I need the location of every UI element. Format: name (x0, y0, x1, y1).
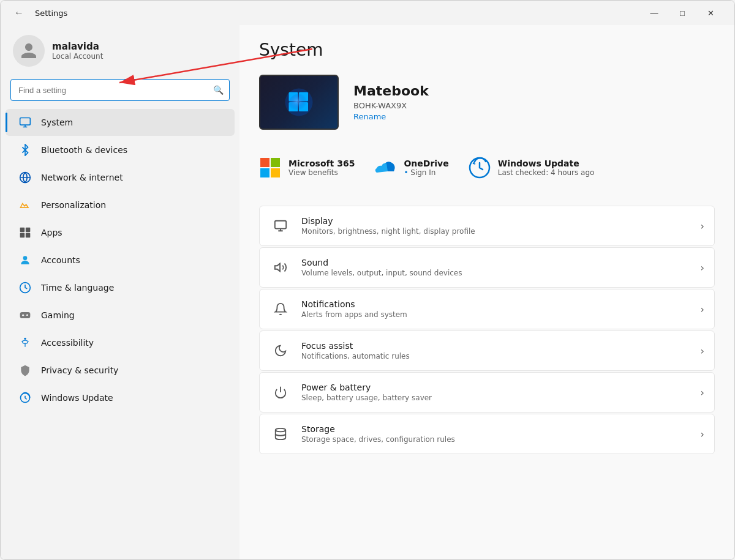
svg-rect-8 (20, 312, 31, 318)
svg-point-9 (27, 314, 28, 315)
sidebar-item-label-gaming: Gaming (41, 310, 75, 320)
power-icon (270, 381, 292, 403)
sidebar-item-label-apps: Apps (41, 228, 62, 237)
close-button[interactable]: ✕ (696, 3, 725, 23)
settings-item-notifications-title: Notifications (301, 299, 407, 309)
rename-link[interactable]: Rename (353, 112, 386, 121)
storage-icon (270, 423, 292, 445)
svg-marker-25 (275, 264, 280, 272)
settings-item-notifications[interactable]: Notifications Alerts from apps and syste… (259, 289, 715, 329)
onedrive-text: OneDrive Sign In (404, 159, 448, 177)
sidebar-item-label-windowsupdate: Windows Update (41, 393, 113, 403)
svg-rect-5 (26, 233, 31, 238)
minimize-button[interactable]: — (640, 3, 668, 23)
accessibility-icon (18, 335, 32, 350)
settings-item-notifications-desc: Alerts from apps and system (301, 310, 407, 319)
display-icon (270, 215, 292, 237)
sidebar-item-accounts[interactable]: Accounts (6, 247, 235, 274)
network-icon (18, 170, 32, 185)
sidebar-item-windowsupdate[interactable]: Windows Update (6, 384, 235, 411)
device-card: Matebook BOHK-WAX9X Rename (259, 75, 715, 130)
svg-point-10 (24, 338, 26, 340)
chevron-icon-storage: › (701, 428, 704, 440)
device-info: Matebook BOHK-WAX9X Rename (353, 83, 429, 122)
svg-rect-22 (271, 168, 280, 177)
title-bar-left: ← Settings (10, 4, 67, 21)
avatar (13, 35, 45, 67)
sidebar-item-label-time: Time & language (41, 283, 114, 293)
windowsupdate-icon (18, 390, 32, 405)
settings-item-sound[interactable]: Sound Volume levels, output, input, soun… (259, 247, 715, 288)
main-content: System (239, 25, 734, 559)
onedrive-icon (374, 157, 396, 179)
sidebar-item-label-system: System (41, 118, 73, 127)
apps-icon (18, 225, 32, 240)
sidebar-item-time[interactable]: Time & language (6, 274, 235, 301)
settings-item-storage-desc: Storage space, drives, configuration rul… (301, 435, 455, 444)
sidebar-item-network[interactable]: Network & internet (6, 164, 235, 191)
svg-rect-3 (26, 228, 31, 233)
user-profile[interactable]: malavida Local Account (1, 25, 239, 79)
sidebar-item-accessibility[interactable]: Accessibility (6, 329, 235, 356)
svg-rect-19 (260, 158, 270, 167)
svg-rect-2 (20, 228, 25, 233)
onedrive-title: OneDrive (404, 159, 448, 168)
svg-rect-4 (20, 233, 25, 238)
settings-item-display[interactable]: Display Monitors, brightness, night ligh… (259, 206, 715, 246)
sidebar-item-apps[interactable]: Apps (6, 219, 235, 246)
svg-point-6 (23, 256, 28, 260)
device-id: BOHK-WAX9X (353, 101, 429, 110)
svg-point-27 (276, 428, 286, 432)
svg-rect-0 (20, 118, 31, 125)
back-button[interactable]: ← (10, 4, 28, 21)
settings-item-power[interactable]: Power & battery Sleep, battery usage, ba… (259, 372, 715, 413)
content-area: malavida Local Account 🔍 (1, 25, 734, 559)
microsoft365-icon (259, 157, 281, 179)
user-info: malavida Local Account (52, 41, 103, 61)
settings-item-storage[interactable]: Storage Storage space, drives, configura… (259, 414, 715, 454)
windowsupdate-ql-title: Windows Update (498, 159, 595, 168)
settings-item-storage-title: Storage (301, 424, 455, 434)
settings-item-focus[interactable]: Focus assist Notifications, automatic ru… (259, 330, 715, 371)
settings-item-display-desc: Monitors, brightness, night light, displ… (301, 227, 475, 236)
search-box: 🔍 (10, 79, 230, 101)
sidebar-item-personalization[interactable]: Personalization (6, 192, 235, 218)
sidebar-item-label-personalization: Personalization (41, 200, 106, 210)
maximize-button[interactable]: □ (668, 3, 696, 23)
settings-item-power-desc: Sleep, battery usage, battery saver (301, 394, 432, 402)
quick-link-windowsupdate[interactable]: Windows Update Last checked: 4 hours ago (469, 157, 595, 179)
microsoft365-sub: View benefits (288, 168, 355, 177)
svg-point-18 (289, 94, 309, 113)
sidebar-item-bluetooth[interactable]: Bluetooth & devices (6, 136, 235, 163)
settings-item-display-text: Display Monitors, brightness, night ligh… (301, 216, 475, 236)
quick-link-microsoft365[interactable]: Microsoft 365 View benefits (259, 157, 355, 179)
gaming-icon (18, 308, 32, 323)
settings-item-sound-desc: Volume levels, output, input, sound devi… (301, 269, 462, 277)
search-input[interactable] (10, 79, 230, 101)
focus-icon (270, 340, 292, 362)
personalization-icon (18, 198, 32, 212)
svg-rect-24 (275, 221, 286, 229)
settings-item-storage-left: Storage Storage space, drives, configura… (270, 423, 455, 445)
device-name: Matebook (353, 83, 429, 99)
notifications-icon (270, 298, 292, 320)
sidebar-item-gaming[interactable]: Gaming (6, 302, 235, 329)
settings-item-focus-text: Focus assist Notifications, automatic ru… (301, 341, 410, 360)
chevron-icon-notifications: › (701, 304, 704, 315)
sidebar-item-label-accessibility: Accessibility (41, 338, 94, 348)
device-image (259, 75, 339, 130)
sidebar-item-label-bluetooth: Bluetooth & devices (41, 145, 127, 155)
svg-rect-21 (260, 168, 270, 177)
quick-link-onedrive[interactable]: OneDrive Sign In (374, 157, 448, 179)
sidebar-item-system[interactable]: System (6, 109, 235, 136)
settings-window: ← Settings — □ ✕ malavida Local Account (0, 0, 735, 560)
accounts-icon (18, 253, 32, 267)
settings-item-display-left: Display Monitors, brightness, night ligh… (270, 215, 475, 237)
chevron-icon-focus: › (701, 345, 704, 357)
windowsupdate-sub: Last checked: 4 hours ago (498, 168, 595, 177)
microsoft365-text: Microsoft 365 View benefits (288, 159, 355, 177)
sidebar: malavida Local Account 🔍 (1, 25, 239, 559)
settings-list: Display Monitors, brightness, night ligh… (259, 206, 715, 454)
sidebar-item-privacy[interactable]: Privacy & security (6, 357, 235, 384)
time-icon (18, 280, 32, 295)
